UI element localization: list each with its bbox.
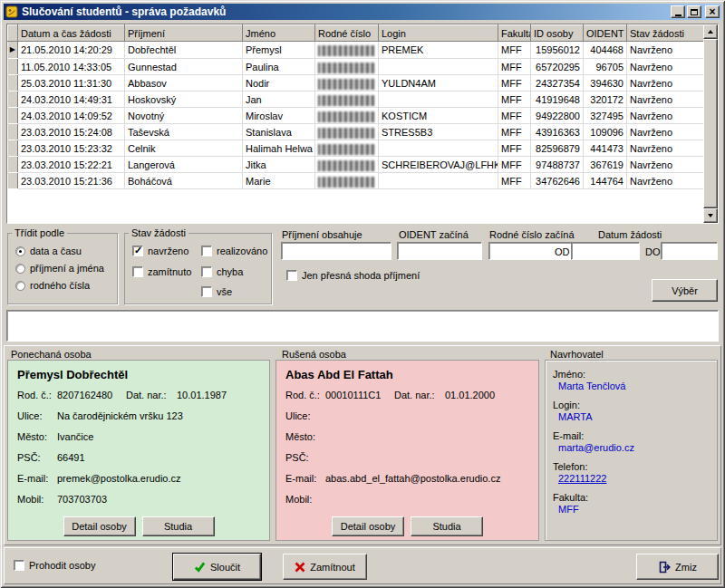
col-header-oident[interactable]: OIDENT — [584, 25, 627, 42]
removed-person-name: Abas Abd El Fattah — [285, 368, 538, 381]
cell-prijmeni: Dobřechtěl — [125, 42, 243, 59]
removed-birth-value: 01.01.2000 — [445, 385, 495, 406]
cell-fakulta: MFF — [498, 124, 531, 140]
close-button[interactable]: × — [705, 5, 720, 18]
proposer-email-value: marta@erudio.cz — [558, 442, 717, 453]
date-to-input[interactable] — [661, 242, 718, 260]
arrow-down-icon — [708, 214, 713, 217]
x-icon — [295, 562, 305, 573]
radio-sort-surname[interactable]: příjmení a jména — [15, 263, 104, 274]
removed-city-row: Město: — [276, 427, 538, 448]
col-header-rodne-cislo[interactable]: Rodné číslo — [315, 25, 379, 42]
surname-filter-input[interactable] — [281, 242, 392, 260]
radio-sort-datetime[interactable]: data a času — [15, 246, 82, 256]
cell-rodne-cislo — [315, 75, 379, 92]
kept-city-row: Město: Ivančice — [8, 427, 269, 448]
cell-datum: 23.03.2010 15:23:32 — [18, 140, 125, 157]
cell-fakulta: MFF — [498, 92, 531, 108]
kept-person-panel: Přemysl Dobřechtěl Rod. č.: 8207162480 D… — [7, 360, 270, 541]
cell-id-osoby: 43916363 — [531, 124, 584, 140]
status-group-label: Stav žádosti — [129, 227, 188, 238]
row-selector-cell — [8, 124, 18, 140]
table-row[interactable]: 23.03.2010 15:22:21 Langerová Jitka SCHR… — [8, 157, 705, 173]
censored-rodne-cislo — [318, 95, 374, 106]
minimize-button[interactable] — [671, 5, 685, 18]
scroll-up-button[interactable] — [703, 24, 718, 39]
kept-email-value: premek@postolka.erudio.cz — [57, 468, 181, 489]
checkbox-label: Jen přesná shoda příjmení — [302, 270, 420, 281]
titlebar[interactable]: Slučování studentů - správa požadavků × — [4, 4, 721, 20]
checkbox-label: zamítnuto — [148, 266, 191, 277]
cell-id-osoby: 41919648 — [531, 92, 584, 108]
scrollbar-thumb[interactable] — [703, 39, 718, 208]
cell-jmeno: Jitka — [243, 157, 315, 173]
col-header-fakulta[interactable]: Fakulta — [498, 25, 531, 42]
proposer-faculty-label: Fakulta: — [553, 492, 717, 503]
vertical-scrollbar[interactable] — [703, 24, 718, 223]
maximize-button[interactable] — [687, 5, 701, 18]
field-label: PSČ: — [285, 448, 325, 468]
checkbox-chyba[interactable]: chyba — [201, 266, 243, 277]
kept-mobile-row: Mobil: 703703703 — [8, 489, 269, 510]
proposer-phone-value[interactable]: 222111222 — [558, 473, 717, 484]
date-from-label: OD — [555, 246, 570, 257]
table-row[interactable]: 24.03.2010 14:09:52 Novotný Miroslav KOS… — [8, 108, 705, 124]
field-label: Dat. nar.: — [126, 385, 177, 406]
cell-datum: 21.05.2010 14:20:29 — [18, 42, 125, 59]
merge-button[interactable]: Sloučit — [173, 554, 261, 580]
removed-rodne-row: Rod. č.: 00010111C1 Dat. nar.: 01.01.200… — [276, 385, 538, 406]
radio-icon — [15, 264, 25, 274]
cell-datum: 23.03.2010 15:22:21 — [18, 157, 125, 173]
table-row[interactable]: 24.03.2010 14:49:31 Hoskovský Jan MFF 41… — [8, 92, 705, 108]
checkbox-exact-surname-match[interactable]: Jen přesná shoda příjmení — [286, 270, 420, 281]
col-header-id-osoby[interactable]: ID osoby — [531, 25, 584, 42]
oident-filter-input[interactable] — [397, 242, 482, 260]
censored-rodne-cislo — [318, 45, 374, 56]
check-icon — [194, 561, 206, 573]
col-header-jmeno[interactable]: Jméno — [243, 25, 315, 42]
current-row-marker: ▶ — [10, 45, 15, 53]
requests-table: Datum a čas žádosti Příjmení Jméno Rodné… — [7, 24, 705, 189]
cell-fakulta: MFF — [498, 108, 531, 124]
table-row[interactable]: 23.03.2010 15:24:08 Taševská Stanislava … — [8, 124, 705, 140]
col-header-stav[interactable]: Stav žádosti — [627, 25, 705, 42]
kept-zip-row: PSČ: 66491 — [8, 448, 269, 468]
checkbox-swap-persons[interactable]: Prohodit osoby — [14, 560, 95, 571]
kept-detail-button[interactable]: Detail osoby — [63, 516, 136, 536]
field-label: E-mail: — [17, 468, 57, 489]
cell-stav: Navrženo — [627, 173, 705, 189]
kept-studia-button[interactable]: Studia — [142, 516, 215, 536]
scroll-down-button[interactable] — [703, 208, 718, 223]
cell-login — [379, 173, 498, 189]
cell-datum: 24.03.2010 14:09:52 — [18, 108, 125, 124]
field-label: Rod. č.: — [285, 385, 325, 406]
col-header-prijmeni[interactable]: Příjmení — [125, 25, 243, 42]
checkbox-realizovano[interactable]: realizováno — [201, 246, 267, 256]
removed-person-caption: Rušená osoba — [282, 349, 346, 360]
radio-sort-rodne-cislo[interactable]: rodného čísla — [15, 280, 90, 291]
checkbox-navrzeno[interactable]: navrženo — [132, 246, 188, 256]
kept-buttons: Detail osoby Studia — [8, 516, 269, 536]
select-button[interactable]: Výběr — [652, 279, 718, 302]
removed-studia-button[interactable]: Studia — [411, 516, 483, 536]
cell-rodne-cislo — [315, 92, 379, 108]
cell-rodne-cislo — [315, 108, 379, 124]
table-row[interactable]: 23.03.2010 15:23:32 Celnik Halimah Helwa… — [8, 140, 705, 157]
col-header-datum[interactable]: Datum a čas žádosti — [18, 25, 125, 42]
cell-rodne-cislo — [315, 173, 379, 189]
removed-detail-button[interactable]: Detail osoby — [332, 516, 404, 536]
reject-button[interactable]: Zamítnout — [283, 554, 367, 580]
date-from-input[interactable] — [571, 242, 640, 260]
kept-birth-value: 10.01.1987 — [177, 385, 227, 406]
table-row[interactable]: 25.03.2010 11:31:30 Abbasov Nodir YULDN4… — [8, 75, 705, 92]
col-header-login[interactable]: Login — [379, 25, 498, 42]
checkbox-zamitnuto[interactable]: zamítnuto — [132, 266, 191, 277]
table-row[interactable]: ▶ 21.05.2010 14:20:29 Dobřechtěl Přemysl… — [8, 42, 705, 59]
table-row[interactable]: 11.05.2010 14:33:05 Gunnestad Paulina MF… — [8, 59, 705, 75]
cell-id-osoby: 15956012 — [531, 42, 584, 59]
close-window-button[interactable]: Zmiz — [636, 554, 719, 580]
table-row[interactable]: 23.03.2010 15:21:36 Boháčová Marie MFF 3… — [8, 173, 705, 189]
checkbox-vse[interactable]: vše — [201, 286, 232, 297]
checkbox-icon — [201, 266, 212, 277]
table-body: ▶ 21.05.2010 14:20:29 Dobřechtěl Přemysl… — [8, 42, 705, 189]
